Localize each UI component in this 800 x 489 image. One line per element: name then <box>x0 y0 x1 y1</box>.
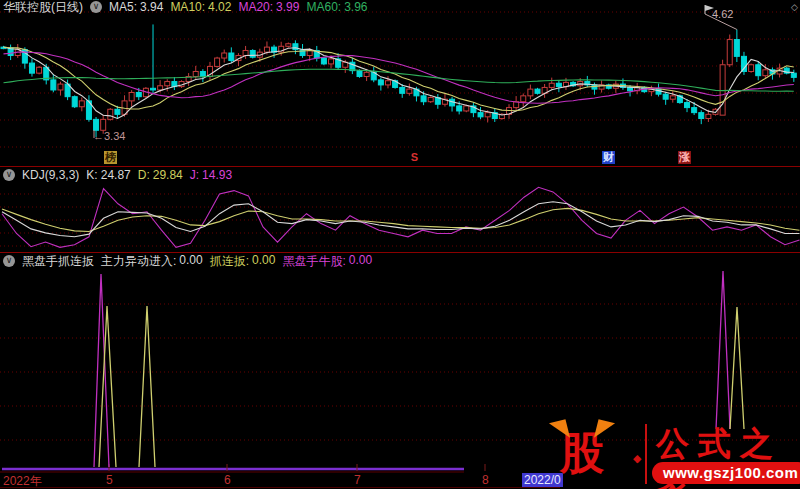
axis-tick-label: 8 <box>482 473 489 487</box>
axis-year-label: 2022年 <box>3 473 42 489</box>
signal-niugu-readout: 黑盘手牛股:0.00 <box>282 253 372 270</box>
chevron-down-icon[interactable]: ∨ <box>3 169 15 181</box>
scroll-diamond-icon[interactable]: ◇ <box>791 2 798 12</box>
stock-title: 华联控股(日线) <box>3 0 83 16</box>
diamond-icon: ◆ <box>633 452 641 465</box>
ma60-readout: MA60:3.96 <box>306 0 367 14</box>
signal-lianban-readout: 抓连扳:0.00 <box>210 253 276 270</box>
high-flag-label: 4.62 <box>712 8 733 20</box>
marker-bang[interactable]: 榜 <box>104 151 117 164</box>
chart-canvas[interactable] <box>0 0 800 489</box>
ma5-readout: MA5:3.94 <box>109 0 163 14</box>
marker-cai[interactable]: 财 <box>602 151 615 164</box>
kdj-k-readout: K:24.87 <box>86 168 130 182</box>
kdj-j-readout: J:14.93 <box>190 168 232 182</box>
trading-app-window: 华联控股(日线) ∨ MA5:3.94 MA10:4.02 MA20:3.99 … <box>0 0 800 489</box>
axis-tick-label: 7 <box>354 473 361 487</box>
kdj-d-readout: D:29.84 <box>138 168 183 182</box>
bull-horn-left-icon <box>549 419 570 442</box>
bull-horn-right-icon <box>594 419 615 442</box>
watermark-url: www.gszj100.com <box>652 462 800 484</box>
marker-s[interactable]: S <box>408 151 421 164</box>
ma10-readout: MA10:4.02 <box>170 0 231 14</box>
chevron-down-icon[interactable]: ∨ <box>3 255 15 267</box>
axis-tick-label: 5 <box>106 473 113 487</box>
axis-tick-label: 6 <box>224 473 231 487</box>
bull-gu-logo: 股 <box>560 430 604 478</box>
signal-panel-header: ∨ 黑盘手抓连扳 主力异动进入:0.00 抓连扳:0.00 黑盘手牛股:0.00 <box>3 254 372 268</box>
low-arrow-label: ←3.34 <box>93 130 125 142</box>
watermark-logo: 股 ◆ 公式之家 www.gszj100.com <box>548 422 800 489</box>
ma20-readout: MA20:3.99 <box>238 0 299 14</box>
watermark-divider <box>645 424 647 484</box>
signal-main-force-readout: 主力异动进入:0.00 <box>101 253 203 270</box>
chevron-down-icon[interactable]: ∨ <box>90 1 102 13</box>
kdj-panel-header: ∨ KDJ(9,3,3) K:24.87 D:29.84 J:14.93 <box>3 168 232 182</box>
signal-title: 黑盘手抓连扳 <box>22 253 94 270</box>
price-panel-header: 华联控股(日线) ∨ MA5:3.94 MA10:4.02 MA20:3.99 … <box>3 0 368 14</box>
kdj-title: KDJ(9,3,3) <box>22 168 79 182</box>
marker-zhang[interactable]: 涨 <box>678 151 691 164</box>
